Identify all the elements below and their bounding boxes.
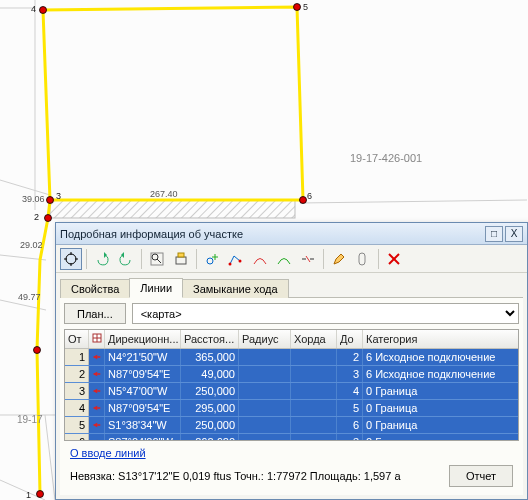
svg-point-40 [207,258,213,264]
cell-category: 0 Граница [363,417,519,433]
svg-point-16 [34,347,41,354]
tool-redo-icon[interactable] [115,248,137,270]
svg-marker-48 [334,254,344,264]
plan-button[interactable]: План... [64,303,126,324]
row-pin-icon [89,383,105,399]
cell-bearing: N4°21'50"W [105,349,181,365]
tool-target-icon[interactable] [60,248,82,270]
cell-chord [291,417,337,433]
tab-traverse-closure[interactable]: Замыкание хода [182,279,289,298]
cell-radius [239,349,291,365]
panel-titlebar[interactable]: Подробная информация об участке □ X [56,223,527,245]
cell-chord [291,349,337,365]
tab-lines-body: План... <карта> От Дирекционн... Расстоя… [60,297,523,495]
cell-radius [239,434,291,441]
parcel-details-panel: Подробная информация об участке □ X Свой… [55,222,528,500]
row-pin-icon [89,400,105,416]
tool-curve-green-icon[interactable] [273,248,295,270]
tool-undo-icon[interactable] [91,248,113,270]
grid-row[interactable]: 3N5°47'00"W250,00040 Граница [65,383,518,400]
svg-text:49.77: 49.77 [18,292,41,302]
cell-distance: 295,000 [181,400,239,416]
svg-marker-61 [93,406,98,411]
cell-from: 6 [65,434,89,441]
tab-properties[interactable]: Свойства [60,279,130,298]
cell-bearing: N87°09'54"E [105,366,181,382]
svg-marker-63 [93,423,98,428]
svg-point-43 [229,262,232,265]
cell-category: 0 Граница [363,434,519,441]
grid-row[interactable]: 5S1°38'34"W250,00060 Граница [65,417,518,434]
tab-lines[interactable]: Линии [129,278,183,298]
col-to[interactable]: До [337,330,363,348]
svg-marker-59 [93,389,98,394]
misfit-label: Невязка: S13°17'12"E 0,019 ftus Точн.: 1… [70,470,449,482]
svg-text:1: 1 [26,490,31,500]
svg-point-11 [40,7,47,14]
svg-point-13 [300,197,307,204]
grid-row[interactable]: 2N87°09'54"E49,00036 Исходное подключени… [65,366,518,383]
row-pin-icon [89,366,105,382]
lines-grid[interactable]: От Дирекционн... Расстоя... Радиус Хорда… [64,329,519,441]
tool-edit-icon[interactable] [328,248,350,270]
cell-radius [239,366,291,382]
cell-chord [291,400,337,416]
cell-category: 6 Исходное подключение [363,349,519,365]
cell-radius [239,383,291,399]
tool-add-point-icon[interactable] [201,248,223,270]
cell-distance: 250,000 [181,383,239,399]
svg-line-5 [300,200,527,203]
svg-rect-49 [359,253,365,265]
tool-traverse-icon[interactable] [225,248,247,270]
cell-to: 5 [337,400,363,416]
col-radius[interactable]: Радиус [239,330,291,348]
cell-bearing: N5°47'00"W [105,383,181,399]
about-lines-link[interactable]: О вводе линий [70,447,513,459]
row-pin-icon [89,434,105,441]
cell-bearing: N87°09'54"E [105,400,181,416]
tool-curve-red-icon[interactable] [249,248,271,270]
cell-chord [291,366,337,382]
tool-break-icon[interactable] [297,248,319,270]
cell-from: 4 [65,400,89,416]
panel-toolbar [56,245,527,273]
svg-line-7 [45,415,55,500]
svg-text:29.02: 29.02 [20,240,43,250]
svg-text:267.40: 267.40 [150,189,178,199]
svg-text:5: 5 [303,2,308,12]
panel-close-button[interactable]: X [505,226,523,242]
svg-text:6: 6 [307,191,312,201]
cell-distance: 49,000 [181,366,239,382]
col-bearing[interactable]: Дирекционн... [105,330,181,348]
cell-to: 4 [337,383,363,399]
tool-attach-icon[interactable] [352,248,374,270]
grid-row[interactable]: 4N87°09'54"E295,00050 Граница [65,400,518,417]
cell-chord [291,383,337,399]
map-select[interactable]: <карта> [132,303,519,324]
col-category[interactable]: Категория [363,330,519,348]
axis-y-label: 19-17 [17,414,43,425]
grid-row[interactable]: 1N4°21'50"W365,00026 Исходное подключени… [65,349,518,366]
svg-point-14 [47,197,54,204]
col-chord[interactable]: Хорда [291,330,337,348]
cell-to: 2 [337,349,363,365]
svg-marker-33 [104,252,107,258]
tool-zoom-extent-icon[interactable] [146,248,168,270]
cell-bearing: S1°38'34"W [105,417,181,433]
parcel-label: 19-17-426-001 [350,152,422,164]
tool-config-icon[interactable] [170,248,192,270]
col-from[interactable]: От [65,330,89,348]
cell-from: 3 [65,383,89,399]
grid-row[interactable]: 6S87°04'00"W262,62030 Граница [65,434,518,441]
svg-point-44 [239,259,242,262]
svg-point-12 [294,4,301,11]
col-icon[interactable] [89,330,105,348]
grid-header: От Дирекционн... Расстоя... Радиус Хорда… [65,330,518,349]
col-distance[interactable]: Расстоя... [181,330,239,348]
cell-from: 5 [65,417,89,433]
tool-delete-icon[interactable] [383,248,405,270]
report-button[interactable]: Отчет [449,465,513,487]
panel-maximize-button[interactable]: □ [485,226,503,242]
cell-category: 6 Исходное подключение [363,366,519,382]
svg-text:2: 2 [34,212,39,222]
